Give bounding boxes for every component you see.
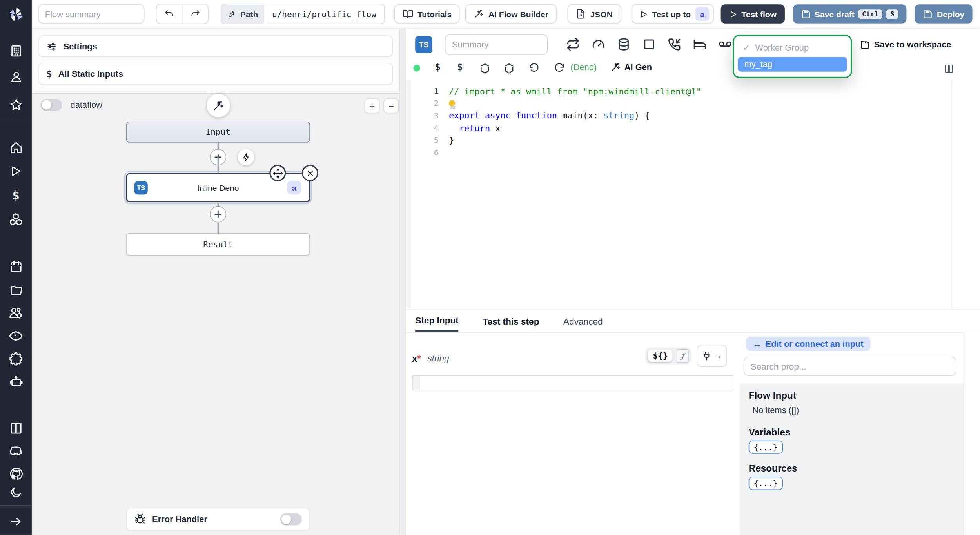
panel-resize-handle[interactable] — [399, 28, 406, 535]
variables-heading: Variables — [749, 426, 955, 437]
reset-rotate-ccw-icon[interactable] — [529, 62, 539, 74]
user-icon[interactable] — [0, 70, 32, 83]
suspend-phone-icon[interactable] — [668, 37, 682, 51]
home-icon[interactable] — [0, 141, 32, 154]
tutorials-button[interactable]: Tutorials — [394, 4, 460, 24]
resource-picker-dollar-icon[interactable]: $ — [457, 62, 463, 73]
flow-input-heading: Flow Input — [749, 390, 955, 400]
input-node[interactable]: Input — [126, 122, 310, 142]
windmill-logo-icon[interactable] — [0, 5, 32, 24]
package-box-icon[interactable] — [479, 62, 491, 74]
flow-graph-panel: Settings $ All Static Inputs dataflow + … — [32, 28, 399, 535]
variables-object-chip[interactable]: {...} — [749, 441, 783, 454]
undo-button[interactable] — [156, 4, 182, 24]
tab-step-input[interactable]: Step Input — [415, 310, 459, 332]
folders-icon[interactable] — [0, 283, 32, 297]
test-up-to-button[interactable]: Test up to a — [631, 4, 713, 24]
cache-database-icon[interactable] — [617, 37, 631, 51]
settings-gear-icon[interactable] — [0, 352, 32, 366]
app-sidebar: $ — [0, 0, 32, 535]
zoom-out-button[interactable]: − — [383, 98, 399, 114]
workspace-icon[interactable] — [0, 44, 32, 58]
groups-users-icon[interactable] — [0, 306, 32, 320]
retries-repeat-icon[interactable] — [566, 37, 580, 51]
flow-path-value[interactable]: u/henri/prolific_flow — [265, 4, 384, 24]
input-mode-toggle-group: ${} ƒ — [645, 347, 692, 365]
discord-icon[interactable] — [0, 444, 32, 459]
resources-cubes-icon[interactable] — [0, 212, 32, 227]
redo-button[interactable] — [182, 4, 208, 24]
reload-refresh-icon[interactable] — [554, 62, 564, 74]
trigger-bolt-button[interactable] — [238, 149, 254, 165]
tab-test-this-step[interactable]: Test this step — [483, 310, 539, 332]
arg-value-input[interactable] — [412, 375, 733, 390]
expr-mode-toggle[interactable]: ${} — [648, 350, 673, 362]
mock-square-icon[interactable] — [642, 37, 656, 51]
insert-step-button[interactable] — [210, 206, 226, 223]
schedules-calendar-icon[interactable] — [0, 260, 32, 273]
input-node-label: Input — [206, 127, 230, 137]
wand-icon — [212, 100, 225, 112]
library-book-icon[interactable] — [944, 62, 954, 73]
result-node[interactable]: Result — [126, 233, 310, 256]
minus-icon: − — [388, 100, 394, 111]
flow-summary-input[interactable] — [38, 4, 145, 24]
move-step-button[interactable] — [269, 165, 286, 181]
flow-settings-button[interactable]: Settings — [38, 36, 393, 57]
edge-line — [218, 223, 218, 233]
sidebar-divider — [0, 122, 32, 122]
variables-dollar-icon[interactable]: $ — [0, 188, 32, 202]
concurrency-voicemail-icon[interactable] — [718, 37, 732, 51]
panel-scroll-gutter[interactable] — [964, 332, 980, 535]
save-draft-button[interactable]: Save draft CtrlS — [793, 4, 906, 24]
resources-object-chip[interactable]: {...} — [749, 477, 783, 490]
deno-lang-indicator[interactable]: (Deno) — [570, 63, 597, 72]
ai-graph-wand-button[interactable] — [207, 94, 230, 117]
json-button[interactable]: JSON — [567, 4, 621, 24]
edit-or-connect-button[interactable]: ← Edit or connect an input — [746, 337, 870, 351]
test-flow-button[interactable]: Test flow — [720, 4, 785, 24]
expand-sidebar-arrow-icon[interactable] — [0, 515, 32, 528]
ai-gen-button[interactable]: AI Gen — [610, 62, 652, 72]
runs-play-icon[interactable] — [0, 165, 32, 177]
docs-book-icon[interactable] — [0, 421, 32, 435]
editor-scrollbar[interactable] — [951, 80, 952, 309]
input-drag-grip[interactable] — [413, 376, 420, 390]
step-node-title: Inline Deno — [197, 183, 239, 192]
save-to-workspace-button[interactable]: Save to workspace — [860, 40, 951, 49]
book-open-icon — [402, 9, 413, 19]
zoom-in-button[interactable]: + — [365, 98, 380, 114]
tab-advanced[interactable]: Advanced — [563, 310, 603, 332]
all-static-inputs-button[interactable]: $ All Static Inputs — [38, 63, 393, 85]
path-edit-button[interactable]: Path — [221, 4, 264, 24]
timeout-gauge-icon[interactable] — [592, 37, 606, 51]
arrow-right-icon: → — [714, 351, 722, 361]
worker-group-tag-option[interactable]: my_tag — [738, 57, 847, 72]
variable-picker-dollar-icon[interactable]: $ — [435, 62, 441, 73]
error-handler-card[interactable]: Error Handler — [126, 508, 310, 530]
lightbulb-icon[interactable] — [449, 100, 455, 106]
step-summary-input[interactable] — [445, 34, 548, 55]
workers-robot-icon[interactable] — [0, 375, 32, 389]
favorites-star-icon[interactable] — [0, 98, 32, 112]
worker-group-option[interactable]: ✓ Worker Group — [738, 40, 847, 55]
connect-input-plug-button[interactable]: → — [697, 345, 728, 367]
search-prop-input[interactable] — [744, 357, 956, 376]
github-icon[interactable] — [0, 467, 32, 481]
edit-or-connect-label: Edit or connect an input — [766, 339, 864, 348]
delete-step-button[interactable] — [302, 165, 318, 181]
error-handler-toggle[interactable] — [280, 513, 302, 525]
kbd-s: S — [886, 9, 898, 18]
sleep-bed-icon[interactable] — [693, 37, 707, 51]
fn-mode-toggle[interactable]: ƒ — [676, 349, 690, 363]
dataflow-toggle[interactable] — [40, 99, 62, 111]
deploy-button[interactable]: Deploy — [915, 4, 973, 24]
tutorials-label: Tutorials — [417, 9, 452, 18]
audit-eye-icon[interactable] — [0, 329, 32, 343]
ai-flow-builder-button[interactable]: AI Flow Builder — [466, 4, 557, 24]
result-node-label: Result — [203, 239, 233, 249]
dark-mode-moon-icon[interactable] — [0, 486, 32, 499]
code-editor[interactable]: 1// import * as wmill from "npm:windmill… — [405, 80, 980, 309]
package-box-icon[interactable] — [503, 62, 515, 74]
worker-group-label: Worker Group — [755, 43, 809, 52]
